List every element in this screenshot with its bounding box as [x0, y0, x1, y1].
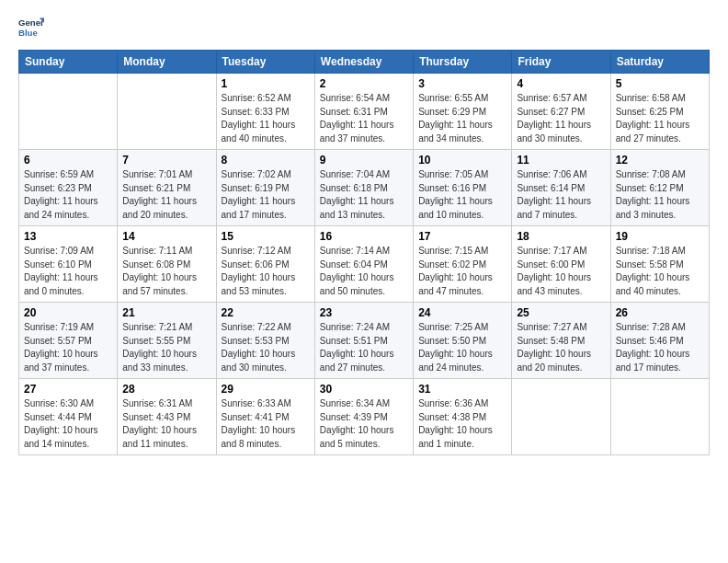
day-info: Sunrise: 7:28 AMSunset: 5:46 PMDaylight:… [616, 321, 704, 374]
calendar-week-1: 1Sunrise: 6:52 AMSunset: 6:33 PMDaylight… [19, 74, 710, 150]
day-number: 21 [122, 306, 210, 319]
svg-text:Blue: Blue [18, 28, 38, 38]
day-info: Sunrise: 6:31 AMSunset: 4:43 PMDaylight:… [122, 397, 210, 451]
calendar-cell: 10Sunrise: 7:05 AMSunset: 6:16 PMDayligh… [414, 150, 512, 226]
day-info: Sunrise: 6:52 AMSunset: 6:33 PMDaylight:… [222, 92, 310, 145]
day-number: 15 [222, 230, 310, 243]
calendar-cell: 20Sunrise: 7:19 AMSunset: 5:57 PMDayligh… [19, 303, 118, 379]
calendar-header: SundayMondayTuesdayWednesdayThursdayFrid… [19, 51, 710, 74]
day-info: Sunrise: 7:09 AMSunset: 6:10 PMDaylight:… [24, 245, 112, 298]
calendar-cell: 6Sunrise: 6:59 AMSunset: 6:23 PMDaylight… [19, 150, 118, 226]
day-number: 29 [222, 383, 310, 396]
day-info: Sunrise: 6:34 AMSunset: 4:39 PMDaylight:… [320, 397, 408, 451]
day-info: Sunrise: 6:36 AMSunset: 4:38 PMDaylight:… [418, 397, 506, 451]
logo-icon: General Blue [18, 15, 44, 40]
calendar-cell: 5Sunrise: 6:58 AMSunset: 6:25 PMDaylight… [610, 74, 709, 150]
day-number: 12 [616, 154, 704, 167]
calendar-cell: 14Sunrise: 7:11 AMSunset: 6:08 PMDayligh… [118, 226, 216, 303]
day-number: 28 [122, 383, 210, 396]
day-info: Sunrise: 7:04 AMSunset: 6:18 PMDaylight:… [320, 168, 408, 222]
day-number: 31 [418, 383, 506, 396]
calendar-cell: 21Sunrise: 7:21 AMSunset: 5:55 PMDayligh… [118, 303, 216, 379]
day-number: 3 [418, 77, 506, 90]
calendar-week-2: 6Sunrise: 6:59 AMSunset: 6:23 PMDaylight… [19, 150, 710, 226]
logo: General Blue [18, 15, 48, 40]
calendar-cell: 4Sunrise: 6:57 AMSunset: 6:27 PMDaylight… [512, 74, 610, 150]
calendar-cell: 19Sunrise: 7:18 AMSunset: 5:58 PMDayligh… [610, 226, 709, 303]
day-number: 19 [616, 230, 704, 243]
day-number: 18 [517, 230, 605, 243]
page-header: General Blue [18, 15, 710, 40]
weekday-thursday: Thursday [414, 51, 512, 74]
day-number: 14 [122, 230, 210, 243]
calendar-body: 1Sunrise: 6:52 AMSunset: 6:33 PMDaylight… [19, 74, 710, 455]
day-info: Sunrise: 7:02 AMSunset: 6:19 PMDaylight:… [222, 168, 310, 222]
day-info: Sunrise: 7:19 AMSunset: 5:57 PMDaylight:… [24, 321, 112, 374]
day-info: Sunrise: 6:55 AMSunset: 6:29 PMDaylight:… [418, 92, 506, 145]
calendar-cell [118, 74, 216, 150]
day-number: 4 [517, 77, 605, 90]
weekday-wednesday: Wednesday [314, 51, 413, 74]
day-number: 7 [122, 154, 210, 167]
day-info: Sunrise: 7:25 AMSunset: 5:50 PMDaylight:… [418, 321, 506, 374]
calendar-page: General Blue SundayMondayTuesdayWednesda… [0, 0, 728, 474]
calendar-cell: 24Sunrise: 7:25 AMSunset: 5:50 PMDayligh… [414, 303, 512, 379]
calendar-week-4: 20Sunrise: 7:19 AMSunset: 5:57 PMDayligh… [19, 303, 710, 379]
day-info: Sunrise: 7:22 AMSunset: 5:53 PMDaylight:… [222, 321, 310, 374]
calendar-cell: 29Sunrise: 6:33 AMSunset: 4:41 PMDayligh… [216, 379, 314, 455]
day-number: 2 [320, 77, 408, 90]
svg-text:General: General [18, 17, 44, 28]
day-number: 5 [616, 77, 704, 90]
day-info: Sunrise: 7:18 AMSunset: 5:58 PMDaylight:… [616, 245, 704, 298]
calendar-cell: 31Sunrise: 6:36 AMSunset: 4:38 PMDayligh… [414, 379, 512, 455]
calendar-cell [610, 379, 709, 455]
calendar-cell: 22Sunrise: 7:22 AMSunset: 5:53 PMDayligh… [216, 303, 314, 379]
weekday-monday: Monday [118, 51, 216, 74]
day-info: Sunrise: 6:57 AMSunset: 6:27 PMDaylight:… [517, 92, 605, 145]
calendar-cell: 2Sunrise: 6:54 AMSunset: 6:31 PMDaylight… [314, 74, 413, 150]
calendar-cell: 15Sunrise: 7:12 AMSunset: 6:06 PMDayligh… [216, 226, 314, 303]
day-info: Sunrise: 6:58 AMSunset: 6:25 PMDaylight:… [616, 92, 704, 145]
day-info: Sunrise: 7:01 AMSunset: 6:21 PMDaylight:… [122, 168, 210, 222]
day-info: Sunrise: 7:21 AMSunset: 5:55 PMDaylight:… [122, 321, 210, 374]
calendar-cell: 3Sunrise: 6:55 AMSunset: 6:29 PMDaylight… [414, 74, 512, 150]
weekday-sunday: Sunday [19, 51, 118, 74]
calendar-cell: 11Sunrise: 7:06 AMSunset: 6:14 PMDayligh… [512, 150, 610, 226]
day-info: Sunrise: 6:59 AMSunset: 6:23 PMDaylight:… [24, 168, 112, 222]
day-info: Sunrise: 7:12 AMSunset: 6:06 PMDaylight:… [222, 245, 310, 298]
day-info: Sunrise: 7:15 AMSunset: 6:02 PMDaylight:… [418, 245, 506, 298]
day-number: 1 [222, 77, 310, 90]
day-number: 6 [24, 154, 112, 167]
day-number: 22 [222, 306, 310, 319]
calendar-cell: 28Sunrise: 6:31 AMSunset: 4:43 PMDayligh… [118, 379, 216, 455]
day-number: 16 [320, 230, 408, 243]
calendar-cell: 18Sunrise: 7:17 AMSunset: 6:00 PMDayligh… [512, 226, 610, 303]
day-number: 20 [24, 306, 112, 319]
calendar-cell: 13Sunrise: 7:09 AMSunset: 6:10 PMDayligh… [19, 226, 118, 303]
day-info: Sunrise: 7:05 AMSunset: 6:16 PMDaylight:… [418, 168, 506, 222]
day-number: 25 [517, 306, 605, 319]
weekday-header-row: SundayMondayTuesdayWednesdayThursdayFrid… [19, 51, 710, 74]
day-info: Sunrise: 7:06 AMSunset: 6:14 PMDaylight:… [517, 168, 605, 222]
day-info: Sunrise: 6:33 AMSunset: 4:41 PMDaylight:… [222, 397, 310, 451]
day-info: Sunrise: 7:14 AMSunset: 6:04 PMDaylight:… [320, 245, 408, 298]
day-number: 8 [222, 154, 310, 167]
calendar-cell [19, 74, 118, 150]
calendar-cell [512, 379, 610, 455]
calendar-cell: 12Sunrise: 7:08 AMSunset: 6:12 PMDayligh… [610, 150, 709, 226]
day-number: 30 [320, 383, 408, 396]
day-info: Sunrise: 7:27 AMSunset: 5:48 PMDaylight:… [517, 321, 605, 374]
calendar-cell: 26Sunrise: 7:28 AMSunset: 5:46 PMDayligh… [610, 303, 709, 379]
day-info: Sunrise: 7:24 AMSunset: 5:51 PMDaylight:… [320, 321, 408, 374]
weekday-tuesday: Tuesday [216, 51, 314, 74]
day-number: 26 [616, 306, 704, 319]
calendar-cell: 1Sunrise: 6:52 AMSunset: 6:33 PMDaylight… [216, 74, 314, 150]
day-info: Sunrise: 6:54 AMSunset: 6:31 PMDaylight:… [320, 92, 408, 145]
day-info: Sunrise: 7:08 AMSunset: 6:12 PMDaylight:… [616, 168, 704, 222]
calendar-cell: 25Sunrise: 7:27 AMSunset: 5:48 PMDayligh… [512, 303, 610, 379]
calendar-cell: 30Sunrise: 6:34 AMSunset: 4:39 PMDayligh… [314, 379, 413, 455]
day-number: 13 [24, 230, 112, 243]
calendar-cell: 17Sunrise: 7:15 AMSunset: 6:02 PMDayligh… [414, 226, 512, 303]
day-number: 17 [418, 230, 506, 243]
calendar-cell: 27Sunrise: 6:30 AMSunset: 4:44 PMDayligh… [19, 379, 118, 455]
